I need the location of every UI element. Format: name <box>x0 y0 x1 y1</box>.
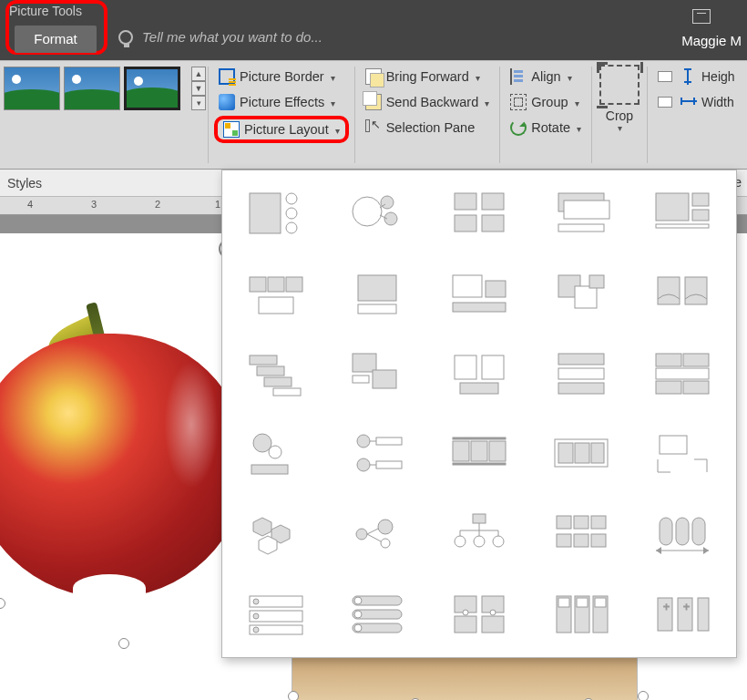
svg-point-87 <box>493 536 504 547</box>
layout-option-cascade-tabs[interactable] <box>230 338 322 409</box>
layout-option-node-small[interactable] <box>332 499 425 570</box>
height-icon <box>680 68 697 85</box>
height-field[interactable]: Heigh <box>653 65 740 88</box>
ruler-mark: 2 <box>155 199 160 210</box>
chevron-down-icon <box>575 120 581 135</box>
layout-option-projector-row[interactable] <box>230 258 322 329</box>
svg-rect-50 <box>656 381 681 394</box>
svg-marker-73 <box>259 536 277 554</box>
layout-option-carousel-arrows[interactable] <box>636 499 729 570</box>
width-icon <box>680 94 697 110</box>
background-image-cat[interactable] <box>292 653 638 700</box>
svg-rect-119 <box>577 598 588 607</box>
chevron-down-icon[interactable]: ▾ <box>599 123 640 133</box>
signed-in-user[interactable]: Maggie M <box>681 33 742 48</box>
selection-handle[interactable] <box>118 638 129 649</box>
rotate-button[interactable]: Rotate <box>506 116 586 139</box>
svg-rect-68 <box>575 443 589 463</box>
layout-option-film-strip[interactable] <box>535 418 628 489</box>
picture-style-3-selected[interactable] <box>124 67 180 110</box>
layout-option-bubble-cluster[interactable] <box>332 178 425 249</box>
border-icon <box>219 68 235 85</box>
svg-rect-94 <box>660 518 672 545</box>
layout-option-big-small-pair[interactable] <box>433 258 526 329</box>
svg-rect-16 <box>656 193 689 221</box>
chevron-down-icon <box>566 69 572 84</box>
width-field[interactable]: Width <box>653 90 740 114</box>
layout-option-grid-dots[interactable] <box>433 579 526 650</box>
picture-layout-dropdown[interactable]: ++ <box>221 170 737 658</box>
send-backward-button[interactable]: Send Backward <box>361 90 495 114</box>
layout-option-step-down[interactable] <box>332 338 425 409</box>
layout-option-card-columns[interactable] <box>535 579 628 650</box>
svg-rect-0 <box>250 193 281 233</box>
svg-rect-46 <box>558 383 604 394</box>
styles-label[interactable]: Styles <box>7 176 42 190</box>
chevron-down-icon <box>333 122 340 137</box>
picture-style-1[interactable] <box>4 67 60 110</box>
svg-rect-15 <box>558 224 604 232</box>
size-group: Heigh Width <box>648 61 745 169</box>
layout-option-corner-frame[interactable] <box>636 418 729 489</box>
svg-rect-22 <box>286 277 302 292</box>
selection-handle[interactable] <box>638 691 649 700</box>
layout-option-hex-cluster[interactable] <box>230 499 322 570</box>
layout-option-circle-list[interactable] <box>230 178 322 249</box>
layout-option-stacked-captions[interactable] <box>535 178 628 249</box>
layout-option-three-rows[interactable] <box>535 338 628 409</box>
svg-point-115 <box>490 610 496 615</box>
layout-option-monitor-caption[interactable] <box>332 258 425 329</box>
layout-option-bubble-bar[interactable] <box>230 418 322 489</box>
chevron-down-icon <box>483 95 489 109</box>
picture-border-button[interactable]: Picture Border <box>214 65 349 88</box>
layout-option-pill-list[interactable] <box>332 579 425 650</box>
picture-layout-button[interactable]: Picture Layout <box>214 116 349 143</box>
group-button[interactable]: Group <box>506 90 586 114</box>
layout-option-two-up-caption[interactable] <box>433 338 526 409</box>
tell-me-search[interactable]: Tell me what you want to do... <box>118 29 322 45</box>
align-button[interactable]: Align <box>506 65 586 88</box>
picture-adjust-group: Picture Border Picture Effects Picture L… <box>209 61 354 169</box>
picture-styles-gallery[interactable]: ▲▼▾ <box>0 61 208 169</box>
layout-option-contact-sheet[interactable] <box>535 499 628 570</box>
svg-rect-27 <box>486 281 506 297</box>
selection-handle[interactable] <box>288 691 299 700</box>
layout-option-node-branches[interactable] <box>332 418 425 489</box>
layout-option-film-row[interactable] <box>433 418 526 489</box>
crop-label: Crop <box>599 108 640 123</box>
layout-option-overlap-squares[interactable] <box>535 258 628 329</box>
selected-image-apple[interactable] <box>0 297 255 607</box>
svg-point-109 <box>354 624 362 632</box>
svg-point-53 <box>269 446 281 458</box>
layout-option-brick[interactable] <box>636 338 729 409</box>
svg-rect-25 <box>358 304 396 314</box>
layout-option-bento[interactable] <box>636 178 729 249</box>
bring-forward-button[interactable]: Bring Forward <box>361 65 495 88</box>
svg-rect-30 <box>575 286 597 308</box>
picture-effects-button[interactable]: Picture Effects <box>214 90 349 114</box>
collapse-ribbon-icon[interactable] <box>692 9 711 24</box>
selection-pane-button[interactable]: Selection Pane <box>361 116 495 139</box>
svg-rect-41 <box>455 355 476 379</box>
picture-icon <box>658 97 672 108</box>
lightbulb-icon <box>118 30 133 45</box>
align-group: Align Group Rotate <box>500 61 591 169</box>
svg-rect-65 <box>453 463 506 465</box>
tab-format[interactable]: Format <box>15 26 97 53</box>
layout-option-wave-pair[interactable] <box>636 258 729 329</box>
picture-style-2[interactable] <box>64 67 120 110</box>
selection-pane-icon <box>365 119 382 136</box>
layout-option-plus-cards[interactable]: ++ <box>636 579 729 650</box>
layout-option-detail-list[interactable] <box>230 579 322 650</box>
chevron-down-icon <box>573 95 579 109</box>
crop-button[interactable] <box>599 65 640 105</box>
svg-rect-124 <box>698 598 709 631</box>
svg-rect-89 <box>574 516 588 529</box>
svg-rect-64 <box>453 438 506 439</box>
layout-option-org-chart[interactable] <box>433 499 526 570</box>
layout-option-grid-2x2-caption[interactable] <box>433 178 526 249</box>
svg-rect-34 <box>250 355 277 365</box>
svg-rect-58 <box>376 461 402 468</box>
gallery-more-button[interactable]: ▲▼▾ <box>191 67 206 110</box>
svg-rect-51 <box>683 381 709 394</box>
